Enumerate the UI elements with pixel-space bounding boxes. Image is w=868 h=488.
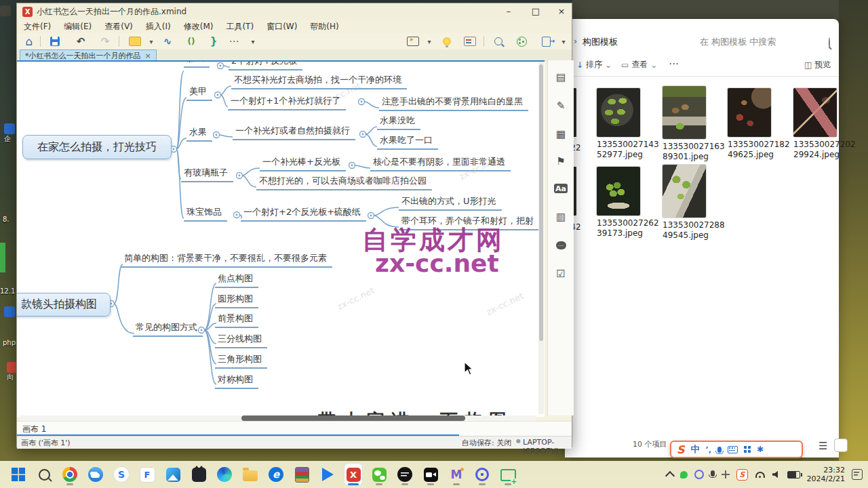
- search-button[interactable]: [490, 34, 507, 49]
- mindmap-node[interactable]: 常见的构图方式: [133, 321, 203, 337]
- desktop-icon[interactable]: [0, 5, 11, 16]
- taskbar-ie[interactable]: e: [267, 464, 285, 485]
- mindmap-node[interactable]: 一个射灯+1个补光灯就行了: [228, 95, 346, 110]
- taskbar-search-button[interactable]: [35, 464, 53, 485]
- desktop-icon-label[interactable]: 8.: [3, 216, 9, 223]
- presentation-caret[interactable]: ▾: [421, 34, 437, 49]
- tray-microphone-icon[interactable]: [711, 470, 715, 476]
- tab-close-icon[interactable]: ×: [145, 52, 151, 60]
- taskbar-m-app[interactable]: M: [448, 464, 465, 485]
- volume-icon[interactable]: [772, 471, 781, 479]
- presentation-button[interactable]: [405, 34, 421, 49]
- mindmap-node[interactable]: 水果: [186, 126, 212, 142]
- boundary-button[interactable]: ( ): [182, 34, 199, 49]
- format-panel-icon[interactable]: ▤: [555, 71, 567, 83]
- mindmap-node[interactable]: 不想买补光灯去商场拍，找一个干净的环境: [231, 74, 407, 89]
- desktop-icon[interactable]: [4, 306, 15, 317]
- mindmap-node[interactable]: 2个射灯+反光板: [229, 60, 302, 70]
- label-icon[interactable]: Aa: [554, 184, 568, 193]
- settings-icon[interactable]: ✱: [757, 445, 764, 454]
- tray-sogou-icon[interactable]: S: [736, 469, 748, 481]
- vertical-scrollbar-thumb[interactable]: [539, 64, 543, 341]
- mindmap-node[interactable]: 一个补光灯或者自然拍摄就行: [233, 125, 355, 140]
- comment-icon[interactable]: …: [555, 239, 567, 251]
- mindmap-node[interactable]: 简单的构图：背景要干净，不要很乱，不要很多元素: [121, 252, 332, 268]
- title-bar[interactable]: X 小红书怎么一天拍出一个月的作品.xmind: [17, 3, 572, 20]
- close-button[interactable]: ×: [551, 5, 572, 18]
- mindmap-node[interactable]: 三角形构图: [215, 353, 267, 369]
- canvas-tab[interactable]: 画布 1: [22, 424, 46, 435]
- mindmap-node[interactable]: 圆形构图: [215, 293, 258, 308]
- mindmap-node[interactable]: 美甲: [186, 85, 212, 101]
- mindmap-node[interactable]: 不想打光的，可以去商场或者咖啡店拍公园: [256, 175, 432, 190]
- maximize-button[interactable]: □: [526, 5, 546, 18]
- file-item[interactable]: 13353002726239173.jpeg: [597, 167, 640, 239]
- tray-plus-icon[interactable]: [722, 470, 730, 479]
- relationship-button[interactable]: ∿: [159, 34, 176, 49]
- topic-caret[interactable]: ▾: [143, 34, 159, 49]
- tray-expand-icon[interactable]: [665, 470, 675, 480]
- menu-edit[interactable]: 编辑(E): [64, 21, 92, 33]
- taskbar-s-app[interactable]: S: [113, 464, 130, 485]
- taskbar-f-doc[interactable]: F: [138, 464, 156, 485]
- sort-button[interactable]: ↓ 排序 ⌄: [576, 59, 612, 70]
- style-brush-icon[interactable]: ✎: [555, 100, 567, 112]
- menu-file[interactable]: 文件(F): [24, 21, 51, 33]
- minimize-button[interactable]: –: [498, 5, 519, 18]
- mindmap-node[interactable]: 注意手出镜的不要背景用纯白的显黑: [379, 96, 528, 111]
- tray-green-app-icon[interactable]: [680, 471, 688, 479]
- mindmap-node[interactable]: 前景构图: [215, 312, 258, 328]
- mindmap-topic-lighting[interactable]: 在家怎么拍摄，打光技巧: [22, 135, 172, 159]
- mindmap-node[interactable]: 珠宝饰品: [184, 206, 227, 222]
- mindmap-node[interactable]: 核心是不要有阴影，里面非常通透: [370, 156, 511, 171]
- taskbar-chrome[interactable]: [61, 464, 79, 485]
- taskbar-file-explorer[interactable]: [241, 464, 259, 485]
- breadcrumb-chevron-icon[interactable]: ›: [574, 36, 577, 46]
- start-button[interactable]: [9, 464, 27, 485]
- taskbar-black-app[interactable]: [396, 464, 414, 485]
- mindmap-node[interactable]: 有玻璃瓶子: [181, 167, 233, 182]
- toolbox-grid-icon[interactable]: [744, 446, 751, 453]
- horizontal-scrollbar-thumb[interactable]: [241, 415, 465, 421]
- mindmap-topic-composition[interactable]: 款镜头拍摄构图: [17, 293, 111, 317]
- marker-flag-icon[interactable]: ⚑: [555, 155, 567, 167]
- mindmap-node[interactable]: 水果没吃: [377, 115, 420, 130]
- more-options-button[interactable]: ⋯: [669, 58, 679, 70]
- menu-insert[interactable]: 插入(I): [146, 21, 171, 33]
- export-caret[interactable]: ▾: [555, 34, 572, 49]
- insert-topic-button[interactable]: [127, 34, 143, 49]
- tray-ring-app-icon[interactable]: [694, 470, 704, 479]
- menu-help[interactable]: 帮助(H): [310, 21, 338, 33]
- battery-icon[interactable]: [787, 471, 800, 479]
- menu-modify[interactable]: 修改(M): [184, 21, 214, 33]
- mindmap-node[interactable]: 焦点构图: [215, 272, 258, 288]
- notes-icon[interactable]: ▥: [555, 211, 567, 223]
- mindmap-node[interactable]: 一个射灯+2个反光板+硫酸纸: [241, 206, 366, 222]
- taskbar-cat-app[interactable]: [190, 464, 208, 485]
- taskbar-winrar[interactable]: [293, 464, 311, 485]
- punctuation-icon[interactable]: ’,: [706, 445, 711, 454]
- view-button[interactable]: ▭ 查看 ⌄: [621, 59, 657, 70]
- redo-button[interactable]: ↷: [97, 34, 113, 49]
- save-button[interactable]: [47, 34, 63, 49]
- notification-center-icon[interactable]: [852, 469, 863, 480]
- file-item[interactable]: 13353002718249625.jpeg: [728, 88, 771, 160]
- desktop-icon[interactable]: 企: [4, 123, 15, 144]
- taskbar-clock[interactable]: 23:32 2024/2/21: [807, 466, 845, 483]
- pitch-mode-button[interactable]: [439, 34, 455, 49]
- taskbar-wechat[interactable]: [370, 464, 388, 485]
- search-icon[interactable]: [829, 37, 830, 49]
- menu-tools[interactable]: 工具(T): [226, 21, 254, 33]
- desktop-icon[interactable]: [0, 243, 5, 272]
- more-tools-button[interactable]: ⋯: [226, 34, 242, 49]
- menu-window[interactable]: 窗口(W): [267, 21, 297, 33]
- share-button[interactable]: [513, 34, 530, 49]
- soft-keyboard-icon[interactable]: [728, 446, 738, 453]
- taskbar-edge[interactable]: [216, 464, 233, 485]
- undo-button[interactable]: ↶: [73, 34, 89, 49]
- desktop-icon-label[interactable]: php: [3, 339, 16, 346]
- breadcrumb[interactable]: 构图模板: [583, 36, 618, 48]
- taskbar-cloud-browser[interactable]: [87, 464, 104, 485]
- mindmap-node[interactable]: 服装: [184, 60, 210, 68]
- mindmap-canvas[interactable]: zx-cc.net zx-cc.net zx-cc.net zx-cc.net …: [17, 60, 545, 417]
